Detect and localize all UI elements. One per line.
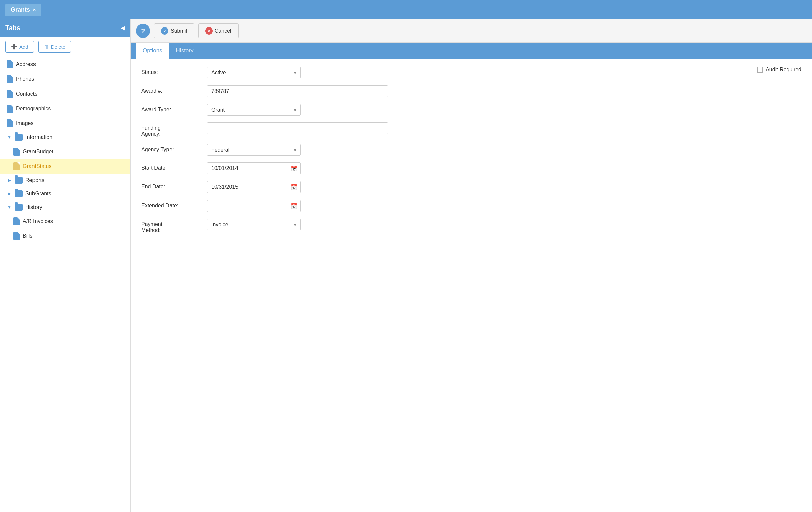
title-bar: Grants ×	[0, 0, 812, 20]
start-date-row: Start Date: 📅	[141, 162, 801, 174]
end-date-control: 📅	[207, 181, 388, 193]
right-panel: ? ✓ Submit ✕ Cancel Options History Stat…	[130, 20, 812, 512]
award-type-select-wrapper: Grant Contract Other ▼	[207, 104, 301, 116]
add-label: Add	[20, 44, 28, 50]
status-row: Status: Active Inactive Pending ▼ Audit …	[141, 67, 801, 78]
audit-required-checkbox[interactable]	[757, 67, 763, 73]
status-select[interactable]: Active Inactive Pending	[207, 67, 301, 78]
audit-wrapper: Audit Required	[744, 67, 801, 73]
sidebar-item-images[interactable]: Images	[0, 116, 130, 131]
close-button[interactable]: ×	[33, 7, 35, 12]
sidebar-item-ar-invoices[interactable]: A/R Invoices	[0, 214, 130, 229]
sidebar-tree: Address Phones Contacts Demographics Ima…	[0, 57, 130, 512]
sidebar-item-subgrants[interactable]: ▶ SubGrants	[0, 187, 130, 200]
sidebar-item-label: Contacts	[16, 91, 37, 97]
tab-history[interactable]: History	[169, 43, 200, 59]
doc-icon	[7, 90, 13, 98]
payment-method-control: Invoice Reimbursement Advance ▼	[207, 219, 388, 231]
expand-arrow-icon: ▶	[7, 191, 12, 196]
add-button[interactable]: ➕ Add	[5, 41, 34, 53]
doc-icon	[7, 60, 13, 69]
start-date-label: Start Date:	[141, 162, 202, 171]
sidebar-header: Tabs ◀	[0, 20, 130, 36]
payment-method-label: PaymentMethod:	[141, 219, 202, 233]
agency-type-row: Agency Type: Federal State Local Private…	[141, 144, 801, 156]
audit-required-label: Audit Required	[766, 67, 801, 73]
app-tab[interactable]: Grants ×	[5, 4, 41, 16]
cancel-label: Cancel	[215, 28, 231, 34]
sidebar-item-history[interactable]: ▼ History	[0, 200, 130, 214]
sidebar-item-label: Reports	[25, 178, 44, 183]
delete-button[interactable]: 🗑 Delete	[38, 41, 71, 53]
sidebar-item-label: Bills	[23, 233, 32, 239]
form-area: Status: Active Inactive Pending ▼ Audit …	[130, 59, 812, 512]
check-icon: ✓	[161, 27, 169, 34]
extended-date-label: Extended Date:	[141, 200, 202, 209]
submit-label: Submit	[171, 28, 187, 34]
sidebar-item-label: Address	[16, 61, 36, 68]
sidebar-collapse-button[interactable]: ◀	[121, 25, 125, 31]
delete-label: Delete	[51, 44, 65, 50]
cancel-button[interactable]: ✕ Cancel	[198, 24, 238, 38]
end-date-calendar-icon[interactable]: 📅	[291, 184, 297, 190]
main-container: Tabs ◀ ➕ Add 🗑 Delete Address Phones	[0, 20, 812, 512]
sidebar-item-label: Phones	[16, 76, 34, 82]
extended-date-calendar-icon[interactable]: 📅	[291, 203, 297, 209]
sidebar: Tabs ◀ ➕ Add 🗑 Delete Address Phones	[0, 20, 130, 512]
doc-icon	[7, 75, 13, 83]
agency-type-select[interactable]: Federal State Local Private	[207, 144, 301, 156]
funding-agency-input[interactable]	[207, 123, 388, 134]
sidebar-item-label: Demographics	[16, 106, 51, 112]
submit-button[interactable]: ✓ Submit	[154, 24, 194, 38]
end-date-input[interactable]	[207, 181, 301, 193]
doc-icon	[7, 105, 13, 113]
sidebar-item-bills[interactable]: Bills	[0, 229, 130, 243]
doc-icon	[13, 217, 20, 225]
funding-agency-label: FundingAgency:	[141, 123, 202, 137]
help-button[interactable]: ?	[136, 24, 150, 38]
payment-method-select[interactable]: Invoice Reimbursement Advance	[207, 219, 301, 231]
folder-icon	[15, 177, 23, 184]
sidebar-item-reports[interactable]: ▶ Reports	[0, 174, 130, 187]
sidebar-item-label: A/R Invoices	[23, 218, 53, 224]
award-num-label: Award #:	[141, 85, 202, 94]
sidebar-toolbar: ➕ Add 🗑 Delete	[0, 36, 130, 57]
sidebar-item-address[interactable]: Address	[0, 57, 130, 72]
collapse-arrow-icon: ▼	[7, 135, 12, 140]
extended-date-control: 📅	[207, 200, 388, 212]
folder-icon	[15, 190, 23, 197]
plus-icon: ➕	[11, 44, 18, 50]
award-num-input[interactable]	[207, 85, 388, 97]
payment-method-row: PaymentMethod: Invoice Reimbursement Adv…	[141, 219, 801, 233]
sidebar-item-grantbudget[interactable]: GrantBudget	[0, 144, 130, 159]
expand-arrow-icon: ▶	[7, 178, 12, 183]
status-control: Active Inactive Pending ▼	[207, 67, 388, 78]
tab-options[interactable]: Options	[136, 43, 169, 59]
doc-icon	[7, 119, 13, 128]
delete-icon: 🗑	[44, 44, 49, 50]
status-label: Status:	[141, 67, 202, 76]
panel-toolbar: ? ✓ Submit ✕ Cancel	[130, 20, 812, 43]
status-select-wrapper: Active Inactive Pending ▼	[207, 67, 301, 78]
sidebar-item-grantstatus[interactable]: GrantStatus	[0, 159, 130, 174]
award-type-label: Award Type:	[141, 104, 202, 113]
funding-agency-control	[207, 123, 388, 134]
agency-type-label: Agency Type:	[141, 144, 202, 153]
award-type-select[interactable]: Grant Contract Other	[207, 104, 301, 116]
start-date-input[interactable]	[207, 162, 301, 174]
extended-date-input[interactable]	[207, 200, 301, 212]
sidebar-item-demographics[interactable]: Demographics	[0, 101, 130, 116]
sidebar-item-information[interactable]: ▼ Information	[0, 131, 130, 144]
sidebar-item-label: GrantBudget	[23, 149, 53, 155]
tab-options-label: Options	[143, 47, 163, 54]
start-date-wrapper: 📅	[207, 162, 301, 174]
end-date-wrapper: 📅	[207, 181, 301, 193]
sidebar-item-label: Images	[16, 120, 33, 127]
sidebar-item-label: GrantStatus	[23, 163, 51, 169]
agency-type-control: Federal State Local Private ▼	[207, 144, 388, 156]
award-num-control	[207, 85, 388, 97]
award-type-row: Award Type: Grant Contract Other ▼	[141, 104, 801, 116]
sidebar-item-contacts[interactable]: Contacts	[0, 86, 130, 101]
sidebar-item-phones[interactable]: Phones	[0, 72, 130, 86]
start-date-calendar-icon[interactable]: 📅	[291, 165, 297, 172]
